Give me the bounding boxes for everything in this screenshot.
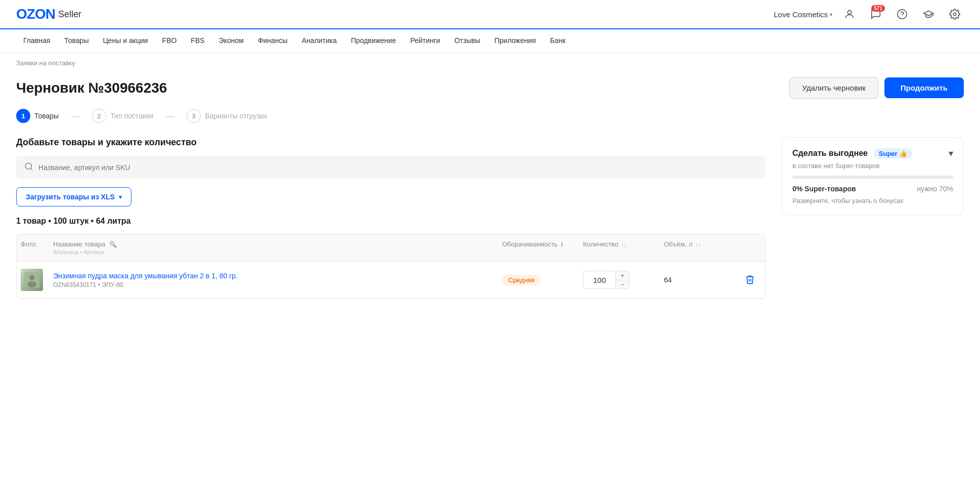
logo-seller-text: Seller (58, 9, 81, 20)
nav-item-apps[interactable]: Приложения (487, 29, 543, 53)
product-image (21, 269, 43, 291)
topbar: OZON Seller Love Cosmetics ▾ 571 (0, 0, 980, 29)
step-2-label: Тип поставки (110, 112, 153, 120)
svg-point-3 (953, 13, 956, 16)
store-name-chevron-icon: ▾ (830, 12, 832, 17)
nav-item-home[interactable]: Главная (16, 29, 57, 53)
th-name-search-icon[interactable]: 🔍 (109, 241, 117, 248)
store-name-button[interactable]: Love Cosmetics ▾ (774, 10, 832, 19)
continue-button[interactable]: Продолжить (884, 77, 964, 98)
help-icon-button[interactable] (893, 5, 911, 23)
main-nav: Главная Товары Цены и акции FBO FBS Экон… (0, 29, 980, 53)
stepper-value: 100 (583, 271, 615, 289)
expand-panel-button[interactable]: ▾ (949, 148, 953, 159)
table-row: Энзимная пудра маска для умывания убтан … (17, 262, 765, 299)
super-badge: Super 👍 (874, 148, 912, 159)
search-input[interactable] (38, 163, 758, 172)
td-volume: 64 (660, 269, 741, 291)
search-icon (24, 162, 33, 173)
progress-percent-label: 0% Super-товаров (792, 185, 856, 193)
summary-text: 1 товар • 100 штук • 64 литра (16, 217, 766, 226)
academy-icon-button[interactable] (919, 5, 938, 23)
right-panel-title: Сделать выгоднее (792, 149, 868, 157)
left-panel: Добавьте товары и укажите количество Заг… (16, 137, 766, 299)
stepper-increment-button[interactable]: + (615, 271, 630, 280)
step-3-label: Варианты отгрузки (205, 112, 267, 120)
nav-item-products[interactable]: Товары (57, 29, 96, 53)
product-sub: OZN835430171 • ЭПУ-80 (53, 281, 494, 288)
page-header: Черновик №30966236 Удалить черновик Прод… (16, 77, 964, 99)
th-actions (741, 234, 765, 261)
products-table: Фото Название товара 🔍 Штрихкод • Артику… (16, 234, 766, 299)
svg-point-0 (848, 11, 851, 14)
stepper-buttons: + − (615, 271, 630, 289)
product-barcode: OZN835430171 (53, 281, 96, 288)
right-panel-subtitle: в составе нет Super-товаров (792, 162, 953, 170)
th-turnover: Оборачиваемость ℹ (498, 234, 579, 261)
th-quantity-sort-icon[interactable]: ↑↓ (621, 241, 627, 247)
th-quantity: Количество ↑↓ (579, 234, 660, 261)
topbar-right: Love Cosmetics ▾ 571 (774, 5, 964, 23)
right-panel-hint: Разверните, чтобы узнать о бонусах (792, 197, 953, 204)
step-sep-2: — (165, 111, 174, 121)
th-volume-sort-icon[interactable]: ↑↓ (695, 241, 701, 247)
table-header: Фото Название товара 🔍 Штрихкод • Артику… (17, 234, 765, 262)
right-panel-title-area: Сделать выгоднее Super 👍 (792, 148, 912, 159)
th-volume: Объём, л ↑↓ (660, 234, 741, 261)
user-icon-button[interactable] (840, 5, 859, 23)
nav-item-econ[interactable]: Эконом (212, 29, 251, 53)
quantity-stepper[interactable]: 100 + − (583, 271, 656, 289)
td-delete (741, 267, 765, 293)
nav-item-bank[interactable]: Банк (543, 29, 573, 53)
nav-item-reviews[interactable]: Отзывы (447, 29, 487, 53)
product-link[interactable]: Энзимная пудра маска для умывания убтан … (53, 272, 238, 280)
turnover-badge: Средняя (502, 274, 541, 286)
svg-point-7 (29, 275, 35, 280)
right-panel-header: Сделать выгоднее Super 👍 ▾ (792, 148, 953, 159)
td-turnover: Средняя (498, 267, 579, 293)
step-1-number: 1 (16, 109, 30, 123)
logo: OZON Seller (16, 6, 81, 22)
svg-point-4 (25, 163, 31, 169)
svg-point-8 (27, 281, 36, 287)
step-2: 2 Тип поставки (92, 109, 153, 123)
messages-icon-button[interactable]: 571 (867, 5, 885, 23)
page-title: Черновик №30966236 (16, 80, 167, 96)
settings-icon-button[interactable] (946, 5, 964, 23)
nav-item-fbo[interactable]: FBO (155, 29, 184, 53)
progress-stats: 0% Super-товаров нужно 70% (792, 185, 953, 193)
th-name-sub: Штрихкод • Артикул (53, 249, 494, 255)
step-3-number: 3 (187, 109, 201, 123)
search-box (16, 156, 766, 179)
store-name-label: Love Cosmetics (774, 10, 828, 19)
steps-indicator: 1 Товары — 2 Тип поставки — 3 Варианты о… (16, 109, 964, 123)
svg-point-1 (898, 10, 907, 19)
logo-ozon-text: OZON (16, 6, 55, 22)
delete-row-button[interactable] (745, 274, 755, 286)
svg-line-5 (30, 168, 32, 170)
step-1-label: Товары (34, 112, 59, 120)
nav-item-fbs[interactable]: FBS (184, 29, 211, 53)
section-title: Добавьте товары и укажите количество (16, 137, 766, 148)
nav-item-finance[interactable]: Финансы (251, 29, 295, 53)
th-photo: Фото (17, 234, 49, 261)
stepper-decrement-button[interactable]: − (615, 280, 630, 289)
step-sep-1: — (71, 111, 80, 121)
right-panel: Сделать выгоднее Super 👍 ▾ в составе нет… (782, 137, 964, 215)
th-volume-label: Объём, л (664, 240, 692, 248)
upload-xls-button[interactable]: Загрузить товары из XLS ▾ (16, 187, 131, 206)
nav-item-promo[interactable]: Продвижение (344, 29, 403, 53)
td-product-name: Энзимная пудра маска для умывания убтан … (49, 265, 498, 296)
nav-item-prices[interactable]: Цены и акции (96, 29, 155, 53)
delete-draft-button[interactable]: Удалить черновик (789, 77, 878, 99)
upload-chevron-icon: ▾ (119, 194, 122, 200)
th-name: Название товара 🔍 Штрихкод • Артикул (49, 234, 498, 261)
nav-item-ratings[interactable]: Рейтинги (403, 29, 447, 53)
main-content: Черновик №30966236 Удалить черновик Прод… (0, 69, 980, 315)
content-grid: Добавьте товары и укажите количество Заг… (16, 137, 964, 299)
nav-item-analytics[interactable]: Аналитика (295, 29, 344, 53)
td-photo (17, 262, 49, 298)
th-quantity-label: Количество (583, 240, 618, 248)
header-actions: Удалить черновик Продолжить (789, 77, 964, 99)
th-turnover-label: Оборачиваемость (502, 240, 558, 248)
